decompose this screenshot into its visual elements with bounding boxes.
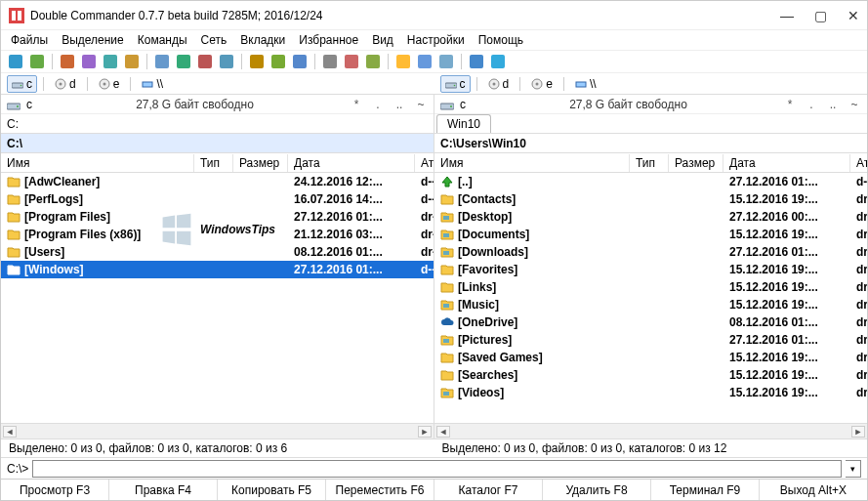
table-row[interactable]: [Contacts]15.12.2016 19:...dr-- bbox=[434, 190, 867, 208]
menu-команды[interactable]: Команды bbox=[138, 33, 187, 47]
minimize-button[interactable]: — bbox=[781, 10, 793, 21]
menu-настройки[interactable]: Настройки bbox=[407, 33, 465, 47]
nav-..[interactable]: .. bbox=[393, 98, 406, 111]
file-listing[interactable]: [..]27.12.2016 01:...d---[Contacts]15.12… bbox=[434, 173, 867, 423]
compare-button[interactable] bbox=[102, 53, 119, 70]
link-button[interactable] bbox=[196, 53, 214, 70]
table-row[interactable]: [Downloads]27.12.2016 01:...dr-- bbox=[434, 243, 867, 261]
nav-.[interactable]: . bbox=[371, 98, 385, 111]
col-size[interactable]: Размер bbox=[669, 154, 723, 172]
col-type[interactable]: Тип bbox=[630, 154, 669, 172]
unlock-button[interactable] bbox=[269, 53, 287, 70]
sync-button[interactable] bbox=[123, 53, 141, 70]
view-list-button[interactable] bbox=[28, 53, 46, 70]
path-input[interactable]: C: bbox=[3, 115, 22, 133]
drive-netnet[interactable]: \\ bbox=[570, 75, 601, 93]
command-history-dropdown[interactable]: ▾ bbox=[846, 460, 861, 478]
table-row[interactable]: [Documents]15.12.2016 19:...dr-- bbox=[434, 226, 867, 243]
fn-просмотр-f3[interactable]: Просмотр F3 bbox=[1, 480, 109, 500]
maximize-button[interactable]: ▢ bbox=[814, 10, 826, 21]
table-row[interactable]: [Music]15.12.2016 19:...dr-- bbox=[434, 296, 867, 313]
nav-~[interactable]: ~ bbox=[414, 98, 428, 111]
table-row[interactable]: [Program Files (x86)]21.12.2016 03:...dr… bbox=[1, 226, 434, 243]
col-attr[interactable]: Атри bbox=[850, 154, 868, 172]
tab-win10[interactable]: Win10 bbox=[436, 114, 491, 133]
svg-rect-2 bbox=[30, 55, 44, 68]
table-row[interactable]: [Desktop]27.12.2016 00:...dr-- bbox=[434, 208, 867, 226]
drive-e[interactable]: e bbox=[526, 75, 558, 93]
menu-вкладки[interactable]: Вкладки bbox=[240, 33, 285, 47]
search-button[interactable] bbox=[80, 53, 98, 70]
scrollbar-h[interactable]: ◄► bbox=[434, 423, 867, 438]
menu-выделение[interactable]: Выделение bbox=[62, 33, 124, 47]
table-row[interactable]: [Videos]15.12.2016 19:...dr-- bbox=[434, 384, 867, 401]
gear-blue-button[interactable] bbox=[468, 53, 485, 70]
table-row[interactable]: [Pictures]27.12.2016 01:...dr-- bbox=[434, 331, 867, 349]
command-input[interactable] bbox=[32, 460, 842, 478]
drive-c[interactable]: c bbox=[7, 75, 37, 93]
col-type[interactable]: Тип bbox=[194, 154, 233, 172]
lock-button[interactable] bbox=[248, 53, 266, 70]
nav-*[interactable]: * bbox=[350, 98, 363, 111]
fn-правка-f4[interactable]: Правка F4 bbox=[109, 480, 218, 500]
drive-label[interactable]: c bbox=[26, 98, 40, 111]
col-name[interactable]: Имя bbox=[434, 154, 630, 172]
drive-d[interactable]: d bbox=[483, 75, 515, 93]
col-size[interactable]: Размер bbox=[233, 154, 288, 172]
drive-label[interactable]: c bbox=[460, 98, 474, 111]
refresh-button[interactable] bbox=[7, 53, 24, 70]
compare2-button[interactable] bbox=[437, 53, 455, 70]
menu-избранное[interactable]: Избранное bbox=[299, 33, 358, 47]
col-name[interactable]: Имя bbox=[1, 154, 194, 172]
fn-терминал-f9[interactable]: Терминал F9 bbox=[651, 480, 760, 500]
star-button[interactable] bbox=[394, 53, 412, 70]
fn-каталог-f7[interactable]: Каталог F7 bbox=[434, 480, 543, 500]
pack-button[interactable] bbox=[364, 53, 382, 70]
menu-помощь[interactable]: Помощь bbox=[478, 33, 523, 47]
svg-point-27 bbox=[103, 82, 105, 85]
nav-.[interactable]: . bbox=[805, 98, 818, 111]
fn-выход-alt+x[interactable]: Выход Alt+X bbox=[760, 480, 867, 500]
help-button[interactable] bbox=[489, 53, 507, 70]
table-row[interactable]: [Searches]15.12.2016 19:...dr-- bbox=[434, 366, 867, 384]
current-path[interactable]: C:\ bbox=[1, 134, 434, 153]
fn-копировать-f5[interactable]: Копировать F5 bbox=[218, 480, 326, 500]
table-row[interactable]: [Windows]27.12.2016 01:...d--- bbox=[1, 261, 434, 278]
drive-d[interactable]: d bbox=[50, 75, 81, 93]
table-row[interactable]: [PerfLogs]16.07.2016 14:...d--- bbox=[1, 190, 434, 208]
fn-переместить-f6[interactable]: Переместить F6 bbox=[326, 480, 434, 500]
col-date[interactable]: Дата bbox=[723, 154, 850, 172]
drive-c[interactable]: c bbox=[440, 75, 471, 93]
table-row[interactable]: [Links]15.12.2016 19:...dr-- bbox=[434, 278, 867, 296]
table-row[interactable]: [Saved Games]15.12.2016 19:...dr-- bbox=[434, 349, 867, 366]
current-path[interactable]: C:\Users\Win10 bbox=[434, 134, 867, 153]
arrow-button[interactable] bbox=[321, 53, 339, 70]
menu-вид[interactable]: Вид bbox=[372, 33, 393, 47]
table-row[interactable]: [OneDrive]08.12.2016 01:...dr-- bbox=[434, 313, 867, 331]
nav-~[interactable]: ~ bbox=[847, 98, 861, 111]
nav-*[interactable]: * bbox=[783, 98, 797, 111]
table-row[interactable]: [Users]08.12.2016 01:...dr-- bbox=[1, 243, 434, 261]
menu-сеть[interactable]: Сеть bbox=[201, 33, 227, 47]
close-button[interactable]: ✕ bbox=[847, 10, 859, 21]
gears-button[interactable] bbox=[343, 53, 360, 70]
nav-..[interactable]: .. bbox=[826, 98, 840, 111]
copy-button[interactable] bbox=[416, 53, 434, 70]
terminal-button[interactable] bbox=[59, 53, 76, 70]
hdd-icon bbox=[445, 78, 457, 90]
tree-button[interactable] bbox=[153, 53, 171, 70]
table-row[interactable]: [Program Files]27.12.2016 01:...dr-- bbox=[1, 208, 434, 226]
drive-netnet[interactable]: \\ bbox=[137, 75, 168, 93]
home-button[interactable] bbox=[218, 53, 235, 70]
file-listing[interactable]: WindowsTips [AdwCleaner]24.12.2016 12:..… bbox=[1, 173, 434, 423]
table-row[interactable]: [..]27.12.2016 01:...d--- bbox=[434, 173, 867, 190]
fn-удалить-f8[interactable]: Удалить F8 bbox=[543, 480, 651, 500]
table-row[interactable]: [Favorites]15.12.2016 19:...dr-- bbox=[434, 261, 867, 278]
refresh2-button[interactable] bbox=[175, 53, 192, 70]
table-row[interactable]: [AdwCleaner]24.12.2016 12:...d--- bbox=[1, 173, 434, 190]
drive-e[interactable]: e bbox=[94, 75, 125, 93]
col-date[interactable]: Дата bbox=[288, 154, 415, 172]
scrollbar-h[interactable]: ◄► bbox=[1, 423, 434, 438]
diff-button[interactable] bbox=[291, 53, 309, 70]
menu-файлы[interactable]: Файлы bbox=[11, 33, 48, 47]
